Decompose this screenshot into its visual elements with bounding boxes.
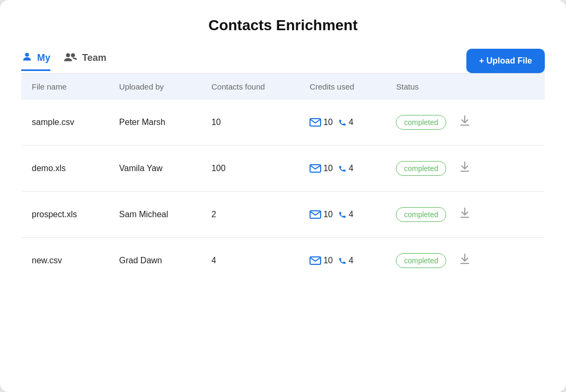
phone-icon bbox=[338, 256, 347, 265]
col-header-actions bbox=[517, 74, 545, 100]
cell-contacts-found: 2 bbox=[201, 192, 299, 238]
tab-team-label: Team bbox=[82, 52, 107, 64]
cell-contacts-found: 4 bbox=[201, 238, 299, 284]
status-badge: completed bbox=[396, 161, 446, 176]
download-icon bbox=[459, 161, 471, 173]
email-icon bbox=[309, 210, 321, 219]
cell-uploaded-by: Peter Marsh bbox=[109, 100, 201, 146]
table-wrapper: File name Uploaded by Contacts found Cre… bbox=[21, 74, 545, 283]
phone-icon bbox=[338, 118, 347, 127]
svg-point-2 bbox=[71, 53, 75, 57]
phone-icon bbox=[338, 164, 347, 173]
phone-credits: 4 bbox=[338, 256, 353, 265]
header-row: My Team + Upload File bbox=[21, 49, 545, 73]
cell-uploaded-by: Sam Micheal bbox=[109, 192, 201, 238]
cell-uploaded-by: Vamila Yaw bbox=[109, 146, 201, 192]
email-credits: 10 bbox=[309, 256, 333, 265]
upload-file-button[interactable]: + Upload File bbox=[466, 49, 545, 73]
team-icon bbox=[63, 51, 78, 65]
svg-point-0 bbox=[25, 53, 29, 57]
download-icon bbox=[459, 207, 471, 219]
download-icon bbox=[459, 114, 471, 127]
cell-credits-used: 10 4 bbox=[299, 100, 385, 146]
cell-contacts-found: 10 bbox=[201, 100, 299, 146]
phone-icon bbox=[338, 210, 347, 219]
email-credit-count: 10 bbox=[323, 164, 333, 173]
person-icon bbox=[21, 51, 33, 65]
email-icon bbox=[309, 164, 321, 173]
table-row: prospect.xls Sam Micheal 2 10 bbox=[21, 192, 545, 238]
cell-file-name: demo.xls bbox=[21, 146, 109, 192]
download-button[interactable] bbox=[455, 251, 475, 271]
phone-credit-count: 4 bbox=[349, 210, 353, 219]
cell-contacts-found: 100 bbox=[201, 146, 299, 192]
table-row: new.csv Grad Dawn 4 10 bbox=[21, 238, 545, 284]
phone-credits: 4 bbox=[338, 210, 353, 219]
page-title: Contacts Enrichment bbox=[21, 17, 545, 34]
enrichment-table: File name Uploaded by Contacts found Cre… bbox=[21, 74, 545, 283]
col-header-status: Status bbox=[385, 74, 517, 100]
cell-uploaded-by: Grad Dawn bbox=[109, 238, 201, 284]
col-header-file-name: File name bbox=[21, 74, 109, 100]
table-header-row: File name Uploaded by Contacts found Cre… bbox=[21, 74, 545, 100]
phone-credit-count: 4 bbox=[349, 164, 353, 173]
main-card: Contacts Enrichment My bbox=[0, 0, 566, 392]
cell-file-name: sample.csv bbox=[21, 100, 109, 146]
cell-file-name: new.csv bbox=[21, 238, 109, 284]
email-credits: 10 bbox=[309, 118, 333, 127]
email-credit-count: 10 bbox=[323, 118, 333, 127]
email-credits: 10 bbox=[309, 164, 333, 173]
download-button[interactable] bbox=[455, 158, 475, 179]
email-credits: 10 bbox=[309, 210, 333, 219]
col-header-credits-used: Credits used bbox=[299, 74, 385, 100]
cell-credits-used: 10 4 bbox=[299, 146, 385, 192]
email-icon bbox=[309, 118, 321, 127]
svg-point-1 bbox=[66, 53, 70, 57]
cell-status: completed bbox=[385, 100, 517, 146]
phone-credits: 4 bbox=[338, 118, 353, 127]
cell-status: completed bbox=[385, 146, 517, 192]
email-credit-count: 10 bbox=[323, 256, 333, 265]
cell-status: completed bbox=[385, 192, 517, 238]
download-button[interactable] bbox=[455, 204, 475, 225]
table-row: demo.xls Vamila Yaw 100 10 bbox=[21, 146, 545, 192]
status-badge: completed bbox=[396, 253, 446, 268]
tab-my[interactable]: My bbox=[21, 51, 50, 71]
upload-button-label: + Upload File bbox=[479, 56, 532, 66]
phone-credit-count: 4 bbox=[349, 118, 353, 127]
col-header-uploaded-by: Uploaded by bbox=[109, 74, 201, 100]
tab-my-label: My bbox=[37, 52, 50, 64]
download-button[interactable] bbox=[455, 112, 475, 132]
phone-credits: 4 bbox=[338, 164, 353, 173]
phone-credit-count: 4 bbox=[349, 256, 353, 265]
status-badge: completed bbox=[396, 207, 446, 222]
table-row: sample.csv Peter Marsh 10 10 bbox=[21, 100, 545, 146]
download-icon bbox=[459, 253, 471, 265]
status-badge: completed bbox=[396, 115, 446, 130]
cell-credits-used: 10 4 bbox=[299, 192, 385, 238]
tabs: My Team bbox=[21, 51, 107, 71]
col-header-contacts-found: Contacts found bbox=[201, 74, 299, 100]
tab-team[interactable]: Team bbox=[63, 51, 107, 71]
email-credit-count: 10 bbox=[323, 210, 333, 219]
cell-credits-used: 10 4 bbox=[299, 238, 385, 284]
cell-file-name: prospect.xls bbox=[21, 192, 109, 238]
cell-status: completed bbox=[385, 238, 517, 284]
email-icon bbox=[309, 256, 321, 265]
